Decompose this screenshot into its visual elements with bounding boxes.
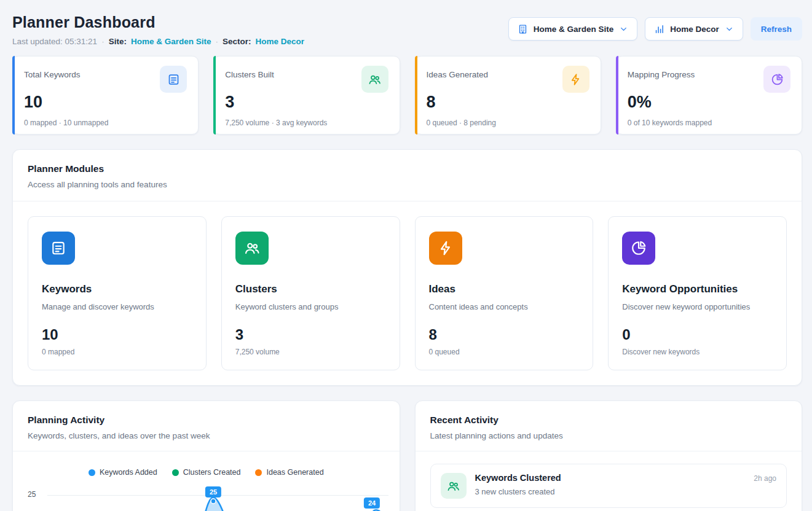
legend-item-clusters-created: Clusters Created: [172, 468, 241, 477]
sector-selector[interactable]: Home Decor: [645, 17, 743, 41]
users-icon: [441, 473, 467, 499]
legend-dot-orange: [255, 469, 262, 476]
page-header: Planner Dashboard Last updated: 05:31:21…: [12, 9, 802, 46]
stat-detail: 0 mapped · 10 unmapped: [24, 119, 187, 127]
refresh-button[interactable]: Refresh: [751, 17, 802, 41]
stat-value: 0%: [628, 93, 790, 112]
module-detail: 0 queued: [429, 348, 580, 356]
sector-selector-value: Home Decor: [670, 25, 719, 34]
stat-label: Clusters Built: [225, 70, 274, 79]
site-label: Site:: [109, 37, 127, 46]
meta-separator-2: ·: [215, 37, 218, 46]
modules-subtitle: Access all planning tools and features: [28, 180, 787, 189]
legend-dot-blue: [89, 469, 95, 476]
module-card-ideas[interactable]: Ideas Content ideas and concepts 8 0 que…: [415, 216, 594, 370]
planning-activity-card: Planning Activity Keywords, clusters, an…: [12, 400, 400, 511]
page-title: Planner Dashboard: [12, 14, 304, 31]
document-icon: [42, 232, 75, 265]
header-meta: Last updated: 05:31:21 · Site: Home & Ga…: [12, 37, 304, 46]
planner-dashboard-page: Planner Dashboard Last updated: 05:31:21…: [0, 0, 812, 511]
divider: [13, 451, 400, 451]
legend-dot-green: [172, 469, 179, 476]
site-link[interactable]: Home & Garden Site: [131, 37, 211, 46]
stat-detail: 7,250 volume · 3 avg keywords: [225, 119, 388, 127]
planning-activity-header: Planning Activity Keywords, clusters, an…: [13, 401, 400, 451]
stat-label: Ideas Generated: [427, 70, 489, 79]
site-selector-value: Home & Garden Site: [534, 25, 614, 34]
module-card-clusters[interactable]: Clusters Keyword clusters and groups 3 7…: [221, 216, 400, 370]
module-title: Keyword Opportunities: [622, 283, 773, 295]
module-value: 10: [42, 326, 192, 343]
planning-activity-title: Planning Activity: [28, 415, 385, 426]
module-title: Keywords: [42, 283, 192, 295]
planning-activity-subtitle: Keywords, clusters, and ideas over the p…: [28, 431, 385, 440]
module-detail: 7,250 volume: [235, 348, 386, 356]
activity-item-timestamp: 2h ago: [754, 473, 776, 483]
chevron-down-icon: [619, 25, 628, 34]
data-point-label: 25: [205, 486, 221, 497]
activity-item-title: Keywords Clustered: [475, 473, 561, 483]
module-title: Ideas: [429, 283, 580, 295]
module-title: Clusters: [235, 283, 386, 295]
sector-link[interactable]: Home Decor: [255, 37, 304, 46]
stat-value: 3: [225, 93, 388, 112]
chart-legend: Keywords Added Clusters Created Ideas Ge…: [13, 468, 400, 477]
activity-item-description: 3 new clusters created: [475, 487, 561, 496]
stat-detail: 0 of 10 keywords mapped: [628, 119, 790, 127]
pie-chart-icon: [763, 66, 790, 93]
header-left: Planner Dashboard Last updated: 05:31:21…: [12, 9, 304, 46]
recent-activity-header: Recent Activity Latest planning actions …: [416, 401, 802, 451]
legend-label: Ideas Generated: [266, 468, 323, 477]
data-point-label: 24: [364, 497, 380, 509]
activity-item-text: Keywords Clustered 3 new clusters create…: [475, 473, 561, 496]
activity-line-chart: 25 25 24: [28, 485, 388, 511]
modules-grid: Keywords Manage and discover keywords 10…: [13, 201, 802, 385]
module-description: Keyword clusters and groups: [235, 302, 386, 311]
module-card-keyword-opportunities[interactable]: Keyword Opportunities Discover new keywo…: [608, 216, 787, 370]
legend-item-ideas-generated: Ideas Generated: [255, 468, 323, 477]
module-value: 0: [622, 326, 773, 343]
building-icon: [518, 24, 528, 34]
recent-activity-list: Keywords Clustered 3 new clusters create…: [416, 451, 802, 511]
module-detail: Discover new keywords: [622, 348, 773, 356]
activity-item-keywords-clustered: Keywords Clustered 3 new clusters create…: [430, 464, 787, 508]
meta-separator: ·: [101, 37, 104, 46]
site-selector[interactable]: Home & Garden Site: [508, 17, 638, 41]
users-icon: [361, 66, 388, 93]
stat-detail: 0 queued · 8 pending: [427, 119, 589, 127]
module-detail: 0 mapped: [42, 348, 192, 356]
recent-activity-title: Recent Activity: [430, 415, 787, 426]
stat-value: 8: [427, 93, 589, 112]
legend-label: Clusters Created: [183, 468, 241, 477]
module-value: 8: [429, 326, 580, 343]
last-updated-text: Last updated: 05:31:21: [12, 37, 97, 46]
recent-activity-subtitle: Latest planning actions and updates: [430, 431, 787, 440]
recent-activity-card: Recent Activity Latest planning actions …: [415, 400, 803, 511]
pie-chart-icon: [622, 232, 655, 265]
stat-card-total-keywords: Total Keywords 10 0 mapped · 10 unmapped: [12, 56, 199, 135]
stat-value: 10: [24, 93, 187, 112]
stat-label: Total Keywords: [24, 70, 81, 79]
stats-row: Total Keywords 10 0 mapped · 10 unmapped…: [12, 56, 802, 135]
sector-label: Sector:: [223, 37, 251, 46]
planner-modules-panel: Planner Modules Access all planning tool…: [12, 149, 802, 386]
stat-card-clusters-built: Clusters Built 3 7,250 volume · 3 avg ke…: [213, 56, 400, 135]
module-card-keywords[interactable]: Keywords Manage and discover keywords 10…: [28, 216, 207, 370]
stat-card-ideas-generated: Ideas Generated 8 0 queued · 8 pending: [415, 56, 601, 135]
modules-header: Planner Modules Access all planning tool…: [13, 150, 802, 201]
module-description: Discover new keyword opportunities: [622, 302, 773, 311]
bar-chart-icon: [654, 24, 664, 34]
y-axis-tick: 25: [28, 490, 36, 499]
stat-label: Mapping Progress: [628, 70, 695, 79]
module-description: Manage and discover keywords: [42, 302, 192, 311]
module-value: 3: [235, 326, 386, 343]
lightning-icon: [429, 232, 462, 265]
modules-title: Planner Modules: [28, 163, 787, 174]
document-icon: [160, 66, 187, 93]
header-controls: Home & Garden Site Home Decor Refresh: [508, 17, 802, 41]
users-icon: [235, 232, 269, 265]
chevron-down-icon: [725, 25, 734, 34]
module-description: Content ideas and concepts: [429, 302, 580, 311]
legend-item-keywords-added: Keywords Added: [89, 468, 157, 477]
legend-label: Keywords Added: [100, 468, 157, 477]
